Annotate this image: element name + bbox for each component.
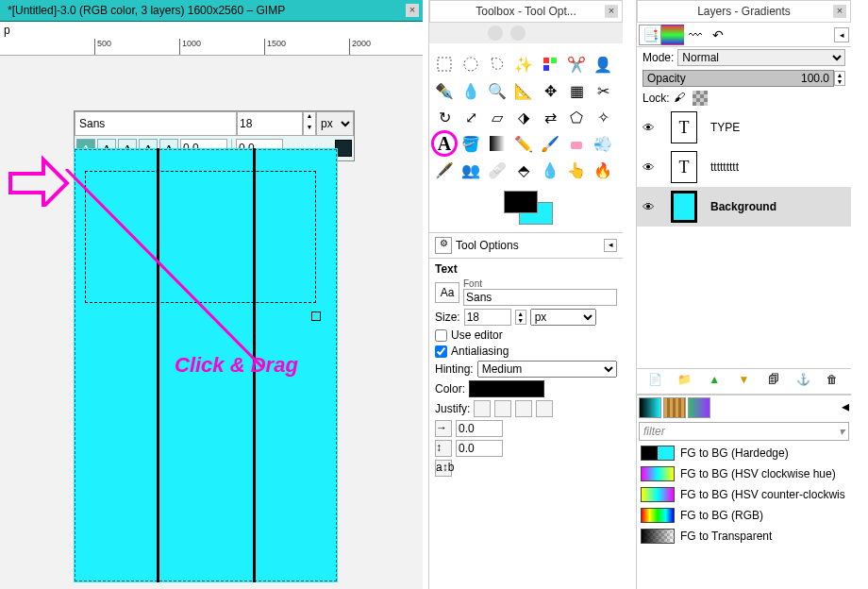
color-select-tool-icon[interactable]	[537, 51, 563, 77]
visibility-toggle-icon[interactable]: 👁	[643, 200, 658, 214]
font-size-input[interactable]	[237, 111, 303, 136]
ink-tool-icon[interactable]: 🖋️	[431, 157, 458, 183]
gradient-tool-icon[interactable]	[484, 130, 510, 157]
airbrush-tool-icon[interactable]: 💨	[590, 130, 616, 157]
measure-tool-icon[interactable]: 📐	[510, 77, 537, 104]
gradient-item[interactable]: FG to BG (RGB)	[637, 505, 851, 526]
rect-select-tool-icon[interactable]	[431, 51, 458, 77]
gradient-item[interactable]: FG to BG (HSV clockwise hue)	[637, 463, 851, 484]
visibility-toggle-icon[interactable]: 👁	[643, 121, 658, 135]
unified-transform-tool-icon[interactable]: ✧	[590, 104, 616, 130]
justify-center-icon[interactable]	[515, 400, 532, 417]
indent-input[interactable]	[456, 420, 503, 437]
lower-layer-icon[interactable]: ▼	[735, 373, 752, 390]
new-group-icon[interactable]: 📁	[676, 373, 693, 390]
undo-tab-icon[interactable]: ↶	[707, 25, 729, 45]
color-picker-tool-icon[interactable]: 💧	[458, 77, 484, 104]
layer-item[interactable]: 👁 T TYPE	[637, 108, 851, 147]
clone-tool-icon[interactable]: 👥	[458, 157, 484, 183]
filter-input[interactable]: filter	[643, 425, 665, 438]
perspective-tool-icon[interactable]: ⬗	[510, 104, 537, 130]
bucket-fill-tool-icon[interactable]: 🪣	[458, 130, 484, 157]
gradients-tab-icon[interactable]	[688, 397, 710, 418]
free-select-tool-icon[interactable]	[484, 51, 510, 77]
ellipse-select-tool-icon[interactable]	[458, 51, 484, 77]
justify-right-icon[interactable]	[494, 400, 511, 417]
anchor-layer-icon[interactable]: ⚓	[794, 373, 811, 390]
text-tool-icon[interactable]: A	[431, 130, 458, 157]
scale-tool-icon[interactable]: ⤢	[458, 104, 484, 130]
image-title-bar[interactable]: *[Untitled]-3.0 (RGB color, 3 layers) 16…	[0, 0, 423, 22]
visibility-toggle-icon[interactable]: 👁	[643, 160, 658, 175]
gradient-item[interactable]: FG to BG (HSV counter-clockwis	[637, 484, 851, 505]
text-bounding-box[interactable]	[85, 171, 316, 303]
layers-tab-icon[interactable]: 📑	[639, 25, 661, 45]
dodge-burn-tool-icon[interactable]: 🔥	[590, 157, 616, 183]
scissors-tool-icon[interactable]: ✂️	[563, 51, 590, 77]
layer-item[interactable]: 👁 Background	[637, 187, 851, 227]
crop-tool-icon[interactable]: ✂	[590, 77, 616, 104]
gradient-item[interactable]: FG to Transparent	[637, 526, 851, 547]
raise-layer-icon[interactable]: ▲	[706, 373, 723, 390]
panel-menu-icon[interactable]: ◂	[834, 27, 849, 42]
layer-name[interactable]: Background	[710, 200, 776, 213]
layer-item[interactable]: 👁 T ttttttttt	[637, 147, 851, 187]
paintbrush-tool-icon[interactable]: 🖌️	[537, 130, 563, 157]
use-editor-checkbox[interactable]	[435, 329, 447, 342]
layer-name[interactable]: TYPE	[710, 121, 740, 134]
antialiasing-checkbox[interactable]	[435, 345, 447, 358]
paths-tool-icon[interactable]: ✒️	[431, 77, 458, 104]
paths-tab-icon[interactable]: 〰	[684, 25, 707, 45]
new-layer-icon[interactable]: 📄	[647, 373, 664, 390]
foreground-select-tool-icon[interactable]: 👤	[590, 51, 616, 77]
flip-tool-icon[interactable]: ⇄	[537, 104, 563, 130]
layers-title-bar[interactable]: Layers - Gradients ×	[637, 0, 851, 23]
delete-layer-icon[interactable]: 🗑	[824, 373, 841, 390]
hinting-select[interactable]: Medium	[477, 361, 617, 378]
opacity-slider[interactable]: Opacity 100.0	[643, 70, 834, 87]
toolbox-title-bar[interactable]: Toolbox - Tool Opt... ×	[429, 0, 623, 23]
justify-left-icon[interactable]	[474, 400, 491, 417]
font-unit-select[interactable]: px	[316, 111, 354, 136]
fg-bg-color-swatch[interactable]	[498, 191, 555, 228]
lock-pixels-icon[interactable]: 🖌	[674, 91, 689, 106]
panel-menu-icon[interactable]: ◂	[842, 397, 849, 418]
close-icon[interactable]: ×	[833, 5, 846, 18]
duplicate-layer-icon[interactable]: 🗐	[765, 373, 782, 390]
line-spacing-input[interactable]	[456, 440, 503, 457]
font-browse-button[interactable]: Aa	[435, 282, 459, 303]
gradient-tab-icon[interactable]	[639, 397, 661, 418]
size-unit-select[interactable]: px	[530, 309, 596, 326]
rotate-tool-icon[interactable]: ↻	[431, 104, 458, 130]
pencil-tool-icon[interactable]: ✏️	[510, 130, 537, 157]
eraser-tool-icon[interactable]	[563, 130, 590, 157]
perspective-clone-tool-icon[interactable]: ⬘	[510, 157, 537, 183]
heal-tool-icon[interactable]: 🩹	[484, 157, 510, 183]
canvas-area[interactable]: ▲▼ px A A A A A	[0, 56, 423, 584]
align-tool-icon[interactable]: ▦	[563, 77, 590, 104]
font-input[interactable]	[463, 289, 617, 306]
shear-tool-icon[interactable]: ▱	[484, 104, 510, 130]
smudge-tool-icon[interactable]: 👆	[563, 157, 590, 183]
resize-handle[interactable]	[311, 311, 321, 321]
menu-bar[interactable]: p	[0, 22, 423, 39]
size-input[interactable]	[464, 309, 511, 326]
patterns-tab-icon[interactable]	[663, 397, 686, 418]
blur-tool-icon[interactable]: 💧	[537, 157, 563, 183]
cage-tool-icon[interactable]: ⬠	[563, 104, 590, 130]
fg-color[interactable]	[504, 191, 538, 213]
move-tool-icon[interactable]: ✥	[537, 77, 563, 104]
text-color-button[interactable]	[469, 380, 544, 397]
lock-alpha-icon[interactable]	[693, 91, 708, 106]
fuzzy-select-tool-icon[interactable]: ✨	[510, 51, 537, 77]
zoom-tool-icon[interactable]: 🔍	[484, 77, 510, 104]
justify-fill-icon[interactable]	[536, 400, 553, 417]
close-icon[interactable]: ×	[605, 5, 618, 18]
close-icon[interactable]: ×	[406, 4, 419, 17]
font-family-input[interactable]	[75, 111, 237, 136]
channels-tab-icon[interactable]	[661, 25, 684, 45]
mode-select[interactable]: Normal	[677, 49, 845, 66]
layer-name[interactable]: ttttttttt	[710, 160, 739, 174]
gradient-item[interactable]: FG to BG (Hardedge)	[637, 443, 851, 463]
menu-item[interactable]: p	[4, 24, 10, 37]
